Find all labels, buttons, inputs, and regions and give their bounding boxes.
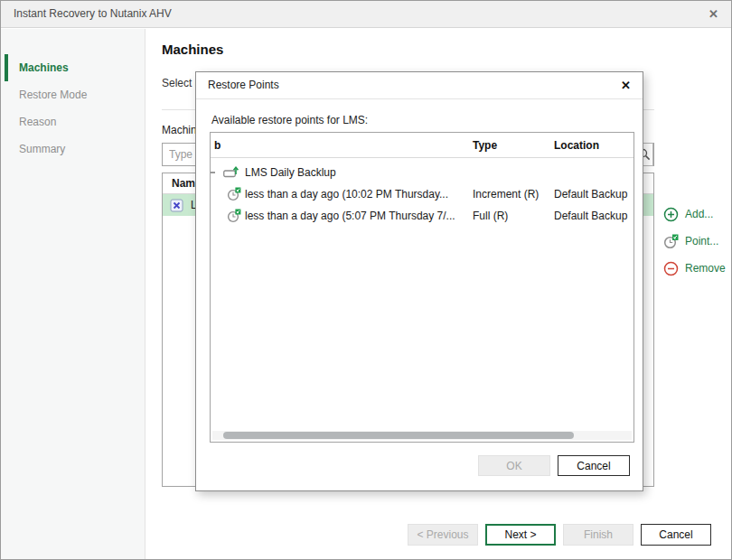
title-bar: Instant Recovery to Nutanix AHV ✕ (1, 1, 731, 28)
modal-title: Restore Points (208, 79, 279, 91)
previous-button[interactable]: < Previous (408, 524, 478, 546)
add-button-label: Add... (685, 208, 713, 220)
sidebar-item-reason[interactable]: Reason (1, 108, 145, 135)
restore-point-clock-icon (227, 209, 241, 223)
finish-button[interactable]: Finish (563, 524, 633, 546)
available-restore-points-label: Available restore points for LMS: (211, 114, 368, 126)
plus-circle-icon (663, 207, 679, 222)
restore-point-type: Increment (R) (473, 188, 539, 201)
location-column-header: Location (554, 139, 599, 152)
restore-point-row-1[interactable]: less than a day ago (10:02 PM Thursday..… (211, 183, 633, 205)
machine-actions: Add... Point... Remove (663, 205, 727, 286)
window-close-icon[interactable]: ✕ (709, 1, 718, 27)
restore-points-dialog: Restore Points ✕ Available restore point… (195, 71, 643, 491)
backup-job-group-row[interactable]: LMS Daily Backlup (211, 162, 633, 183)
restore-point-location: Default Backup (554, 188, 627, 201)
sidebar-item-machines[interactable]: Machines (5, 54, 145, 81)
scrollbar-thumb[interactable] (223, 432, 574, 439)
ok-button[interactable]: OK (478, 455, 550, 476)
add-button[interactable]: Add... (663, 205, 727, 223)
minus-circle-icon (663, 261, 679, 276)
type-column-header: Type (473, 139, 497, 152)
restore-points-table-header: b Type Location (211, 133, 633, 158)
remove-button[interactable]: Remove (663, 259, 727, 277)
restore-points-rows: LMS Daily Backlup less than a day ago (1… (211, 158, 633, 227)
restore-points-table: b Type Location LMS Daily Backlup (210, 132, 634, 443)
modal-close-icon[interactable]: ✕ (621, 72, 631, 98)
wizard-window: Instant Recovery to Nutanix AHV ✕ Machin… (0, 0, 732, 560)
sidebar-item-summary[interactable]: Summary (1, 135, 145, 163)
restore-point-clock-icon (227, 187, 241, 201)
restore-point-location: Default Backup (554, 210, 627, 222)
restore-point-time: less than a day ago (10:02 PM Thursday..… (245, 188, 448, 201)
job-column-header: b (214, 139, 221, 152)
restore-point-time: less than a day ago (5:07 PM Thursday 7/… (245, 210, 455, 222)
modal-cancel-button[interactable]: Cancel (558, 455, 630, 476)
wizard-steps-sidebar: Machines Restore Mode Reason Summary (1, 29, 145, 559)
tree-expander-icon[interactable] (211, 172, 215, 173)
restore-point-clock-icon (663, 234, 679, 249)
sidebar-item-restore-mode[interactable]: Restore Mode (1, 81, 145, 108)
virtual-machine-icon (170, 199, 183, 212)
remove-button-label: Remove (685, 262, 726, 275)
backup-job-icon (223, 165, 239, 178)
page-title: Machines (162, 42, 223, 57)
wizard-cancel-button[interactable]: Cancel (641, 524, 711, 546)
modal-title-bar: Restore Points ✕ (196, 72, 643, 99)
point-button-label: Point... (685, 235, 718, 247)
horizontal-scrollbar[interactable] (212, 431, 632, 440)
restore-point-row-2[interactable]: less than a day ago (5:07 PM Thursday 7/… (211, 205, 633, 227)
restore-point-type: Full (R) (473, 210, 508, 222)
backup-job-name: LMS Daily Backlup (245, 166, 336, 179)
window-title: Instant Recovery to Nutanix AHV (14, 7, 172, 20)
point-button[interactable]: Point... (663, 232, 727, 250)
next-button[interactable]: Next > (485, 524, 556, 546)
